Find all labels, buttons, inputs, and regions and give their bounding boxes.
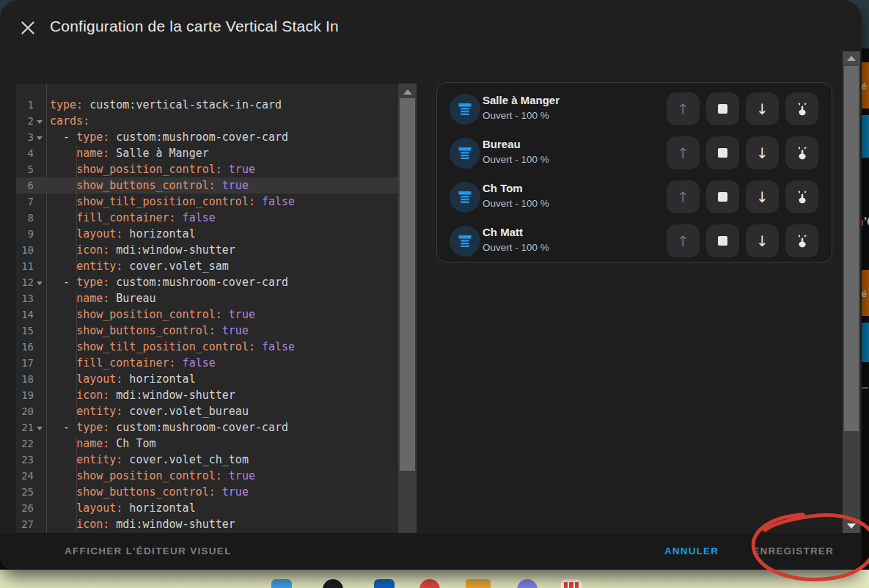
code-text: entity: cover.volet_bureau (50, 403, 249, 419)
cover-entity-row[interactable]: Ch Matt Ouvert - 100 % ↑↓ (437, 219, 832, 263)
code-line: 20 entity: cover.volet_bureau (16, 403, 398, 419)
arrow-down-icon: ↓ (756, 144, 769, 162)
yaml-code-editor[interactable]: 1 type: custom:vertical-stack-in-card 2 … (16, 84, 417, 533)
code-text: show_tilt_position_control: false (50, 194, 295, 210)
grid-app-icon[interactable] (561, 579, 582, 588)
stop-cover-button[interactable] (706, 180, 739, 213)
tilt-hand-icon (794, 101, 810, 117)
dialog-scrollbar-thumb[interactable] (844, 66, 859, 431)
cancel-button[interactable]: ANNULER (664, 545, 719, 556)
cover-entity-row[interactable]: Bureau Ouvert - 100 % ↑↓ (437, 131, 832, 175)
arrow-down-icon: ↓ (756, 188, 769, 206)
stop-square-icon (718, 148, 727, 158)
scroll-up-button[interactable] (843, 51, 860, 65)
window-shutter-icon[interactable] (450, 226, 480, 257)
background-divider-fragment (861, 387, 868, 389)
fold-arrow-icon[interactable] (37, 120, 43, 124)
close-icon[interactable] (18, 18, 37, 37)
code-line: 2 cards: (16, 113, 398, 129)
blue-app-icon[interactable] (374, 579, 395, 588)
entity-state: Ouvert - 100 % (483, 154, 549, 165)
code-text: fill_container: false (50, 210, 216, 226)
fragment-text: é (862, 81, 867, 92)
folder-icon[interactable] (466, 579, 491, 588)
tilt-cover-button[interactable] (785, 92, 818, 125)
code-line: 9 layout: horizontal (16, 226, 398, 242)
line-number: 27 (16, 516, 34, 532)
editor-scroll-up-icon[interactable] (403, 89, 412, 95)
code-line: 5 show_position_control: true (16, 161, 398, 177)
code-text: icon: mdi:window-shutter (50, 516, 235, 532)
open-cover-button[interactable]: ↑ (667, 224, 700, 257)
line-number: 23 (16, 452, 34, 468)
code-text: cards: (50, 113, 89, 129)
line-number: 5 (16, 161, 34, 177)
grid-dots-icon (564, 582, 579, 588)
line-number: 18 (16, 371, 34, 387)
line-number: 12 (16, 274, 34, 290)
editor-scrollbar[interactable] (398, 84, 417, 533)
close-cover-button[interactable]: ↓ (746, 180, 779, 213)
tilt-cover-button[interactable] (785, 136, 818, 169)
code-line: 12 - type: custom:mushroom-cover-card (16, 274, 398, 290)
code-text: layout: horizontal (50, 371, 196, 387)
red-app-icon[interactable] (419, 579, 440, 588)
line-number: 3 (16, 129, 34, 145)
teams-app-icon[interactable] (517, 579, 538, 588)
code-line: 8 fill_container: false (16, 210, 398, 226)
code-line: 16 show_tilt_position_control: false (16, 339, 398, 355)
cover-entity-row[interactable]: Ch Tom Ouvert - 100 % ↑↓ (437, 175, 832, 219)
line-number: 16 (16, 339, 34, 355)
tilt-cover-button[interactable] (785, 180, 818, 213)
code-line: 7 show_tilt_position_control: false (16, 194, 398, 210)
code-text: name: Salle à Manger (50, 145, 209, 161)
code-line: 26 layout: horizontal (16, 500, 398, 516)
stop-cover-button[interactable] (706, 92, 739, 125)
close-cover-button[interactable]: ↓ (746, 92, 779, 125)
code-line: 6 show_buttons_control: true (16, 177, 398, 194)
stop-cover-button[interactable] (706, 224, 739, 257)
line-number: 11 (16, 258, 34, 274)
dialog-scrollbar[interactable] (843, 51, 860, 533)
word-app-icon[interactable] (271, 579, 292, 588)
line-number: 25 (16, 484, 34, 500)
close-cover-button[interactable]: ↓ (746, 136, 779, 169)
open-cover-button[interactable]: ↑ (667, 92, 700, 125)
fold-arrow-icon[interactable] (37, 136, 43, 140)
code-line: 23 entity: cover.volet_ch_tom (16, 452, 398, 468)
card-configuration-dialog: Configuration de la carte Vertical Stack… (0, 0, 862, 570)
entity-state: Ouvert - 100 % (483, 242, 549, 253)
save-button[interactable]: ENREGISTRER (752, 545, 834, 556)
code-text: entity: cover.volet_sam (50, 258, 229, 274)
code-text: entity: cover.volet_ch_tom (50, 452, 249, 468)
arrow-up-icon: ↑ (677, 232, 689, 250)
show-visual-editor-button[interactable]: AFFICHER L'ÉDITEUR VISUEL (65, 545, 232, 556)
github-app-icon[interactable] (323, 579, 343, 588)
cover-entity-row[interactable]: Salle à Manger Ouvert - 100 % ↑↓ (437, 87, 832, 131)
code-line: 18 layout: horizontal (16, 371, 398, 387)
code-text: icon: mdi:window-shutter (50, 242, 235, 258)
editor-scrollbar-thumb[interactable] (400, 98, 415, 471)
scroll-down-button[interactable] (843, 519, 860, 533)
stop-cover-button[interactable] (706, 136, 739, 169)
cover-controls: ↑↓ (667, 92, 818, 125)
line-number: 1 (16, 97, 34, 113)
code-line: 21 - type: custom:mushroom-cover-card (16, 419, 398, 436)
arrow-down-icon: ↓ (756, 100, 769, 118)
open-cover-button[interactable]: ↑ (667, 136, 700, 169)
fold-arrow-icon[interactable] (37, 427, 43, 430)
fold-arrow-icon[interactable] (37, 282, 43, 285)
line-number: 7 (16, 194, 34, 210)
close-cover-button[interactable]: ↓ (746, 224, 779, 257)
line-number: 20 (16, 403, 34, 419)
tilt-cover-button[interactable] (785, 224, 818, 257)
code-text: show_position_control: true (50, 468, 255, 484)
window-shutter-icon[interactable] (450, 94, 480, 125)
line-number: 22 (16, 436, 34, 452)
cover-controls: ↑↓ (667, 136, 818, 169)
code-text: layout: horizontal (50, 500, 196, 516)
open-cover-button[interactable]: ↑ (667, 180, 700, 213)
entity-state: Ouvert - 100 % (483, 198, 549, 209)
window-shutter-icon[interactable] (450, 182, 480, 213)
window-shutter-icon[interactable] (450, 138, 480, 169)
